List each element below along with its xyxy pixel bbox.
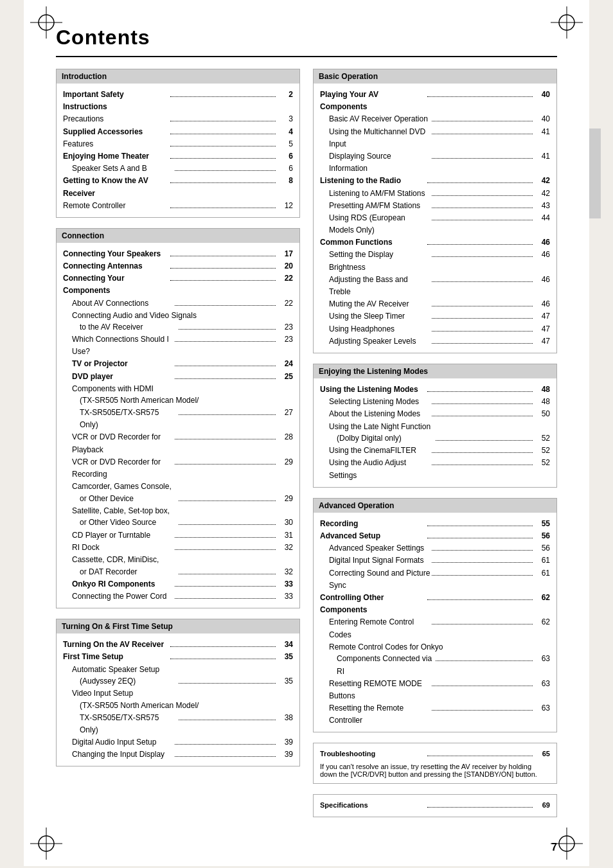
toc-dots: [175, 439, 276, 439]
toc-entry: Presetting AM/FM Stations 43: [320, 200, 550, 212]
toc-dots: [170, 96, 276, 97]
toc-page: 23: [277, 321, 293, 333]
connection-section: Connection Connecting Your Speakers 17 C…: [56, 228, 300, 608]
toc-page: 61: [534, 567, 550, 580]
turning-on-header: Turning On & First Time Setup: [57, 619, 299, 633]
toc-label: Listening to the Radio: [320, 175, 426, 187]
toc-label: Controlling Other Components: [320, 592, 426, 616]
right-column: Basic Operation Playing Your AV Componen…: [313, 69, 557, 828]
toc-dots: [432, 306, 533, 306]
toc-entry: Basic AV Receiver Operation 40: [320, 113, 550, 125]
toc-label: Advanced Setup: [320, 530, 426, 542]
toc-entry: Using the Multichannel DVD Input 41: [320, 126, 550, 150]
toc-page: 3: [277, 113, 293, 125]
page-container: Contents Introduction Important Safety I…: [24, 0, 589, 866]
troubleshooting-box: Troubleshooting 65 If you can't resolve …: [313, 743, 557, 784]
toc-page: 63: [534, 678, 550, 690]
toc-label: Using the CinemaFILTER: [320, 445, 431, 457]
title-rule: [56, 56, 557, 57]
toc-dots: [436, 440, 533, 441]
toc-label: Using the Sleep Timer: [320, 310, 431, 323]
side-tab: [589, 128, 601, 218]
toc-entry: Listening to AM/FM Stations 42: [320, 188, 550, 200]
toc-label: Supplied Accessories: [63, 126, 169, 138]
toc-label: Selecting Listening Modes: [320, 396, 431, 408]
toc-entry: Connecting Your Speakers 17: [63, 248, 293, 260]
left-column: Introduction Important Safety Instructio…: [56, 69, 300, 828]
toc-entry: Displaying Source Information 41: [320, 150, 550, 175]
toc-page: 32: [277, 566, 293, 578]
toc-page: 44: [534, 212, 550, 224]
toc-dots: [432, 403, 533, 404]
toc-label: Getting to Know the AV Receiver: [63, 175, 169, 199]
toc-dots: [170, 182, 276, 183]
toc-dots: [175, 170, 276, 171]
toc-dots: [427, 96, 533, 97]
toc-page: 48: [534, 384, 550, 396]
toc-columns: Introduction Important Safety Instructio…: [56, 69, 557, 828]
toc-page: 41: [534, 150, 550, 163]
toc-dots: [427, 182, 533, 183]
toc-label: Remote Controller: [63, 200, 169, 212]
corner-decoration-bl: [30, 828, 62, 860]
toc-entry: About the Listening Modes 50: [320, 408, 550, 420]
toc-entry-multiline: Video Input Setup: [63, 687, 293, 700]
toc-dots: [432, 624, 533, 624]
toc-entry: Playing Your AV Components 40: [320, 89, 550, 113]
toc-label: Using the Audio Adjust Settings: [320, 457, 431, 481]
toc-entry: Using the Sleep Timer 47: [320, 310, 550, 323]
toc-label: or DAT Recorder: [63, 566, 177, 578]
toc-dots: [432, 331, 533, 332]
toc-entry: Setting the Display Brightness 46: [320, 249, 550, 273]
toc-label: Displaying Source Information: [320, 150, 431, 175]
toc-entry: or DAT Recorder 32: [63, 566, 293, 578]
toc-label: Speaker Sets A and B: [63, 163, 173, 175]
toc-entry: Which Connections Should I Use? 23: [63, 333, 293, 358]
toc-label: Digital Input Signal Formats: [320, 554, 431, 567]
toc-dots: [427, 244, 533, 245]
toc-page: 29: [277, 456, 293, 468]
toc-page: 52: [534, 457, 550, 469]
toc-entry-multiline: Using the Late Night Function: [320, 421, 550, 433]
toc-entry: Enjoying Home Theater 6: [63, 150, 293, 163]
toc-page: 43: [534, 200, 550, 212]
toc-entry: Entering Remote Control Codes 62: [320, 616, 550, 641]
toc-dots: [427, 756, 533, 756]
toc-entry: TX-SR505E/TX-SR575 Only) 38: [63, 712, 293, 736]
toc-dots: [170, 146, 276, 146]
toc-label: CD Player or Turntable: [63, 529, 173, 542]
toc-entry: Common Functions 46: [320, 236, 550, 249]
toc-dots: [175, 341, 276, 342]
toc-label: Important Safety Instructions: [63, 89, 169, 113]
toc-entry: (Audyssey 2EQ) 35: [63, 675, 293, 687]
toc-dots: [175, 744, 276, 745]
turning-on-content: Turning On the AV Receiver 34 First Time…: [57, 633, 299, 766]
toc-label: Resetting REMOTE MODE Buttons: [320, 678, 431, 702]
toc-dots: [170, 268, 276, 269]
toc-page: 17: [277, 248, 293, 260]
toc-label: Adjusting the Bass and Treble: [320, 274, 431, 298]
toc-label: About the Listening Modes: [320, 408, 431, 420]
toc-entry: Features 5: [63, 138, 293, 150]
troubleshooting-note: If you can't resolve an issue, try reset…: [320, 763, 550, 778]
introduction-section: Introduction Important Safety Instructio…: [56, 69, 300, 218]
toc-page: 62: [534, 592, 550, 604]
toc-entry: First Time Setup 35: [63, 651, 293, 663]
toc-label: Setting the Display Brightness: [320, 249, 431, 273]
toc-dots: [179, 574, 276, 574]
toc-entry: Changing the Input Display 39: [63, 748, 293, 761]
page-number: 7: [551, 842, 557, 853]
toc-dots: [432, 550, 533, 551]
toc-page: 62: [534, 616, 550, 628]
toc-dots: [432, 256, 533, 257]
toc-entry-multiline: Components with HDMI: [63, 383, 293, 395]
toc-dots: [432, 452, 533, 453]
toc-label: Using the Multichannel DVD Input: [320, 126, 431, 150]
toc-page: 33: [277, 578, 293, 590]
toc-label: Using Headphones: [320, 323, 431, 335]
toc-label: About AV Connections: [63, 297, 173, 310]
toc-dots: [179, 414, 276, 415]
toc-dots: [432, 686, 533, 686]
toc-dots: [436, 660, 533, 661]
basic-operation-content: Playing Your AV Components 40 Basic AV R…: [314, 84, 556, 353]
